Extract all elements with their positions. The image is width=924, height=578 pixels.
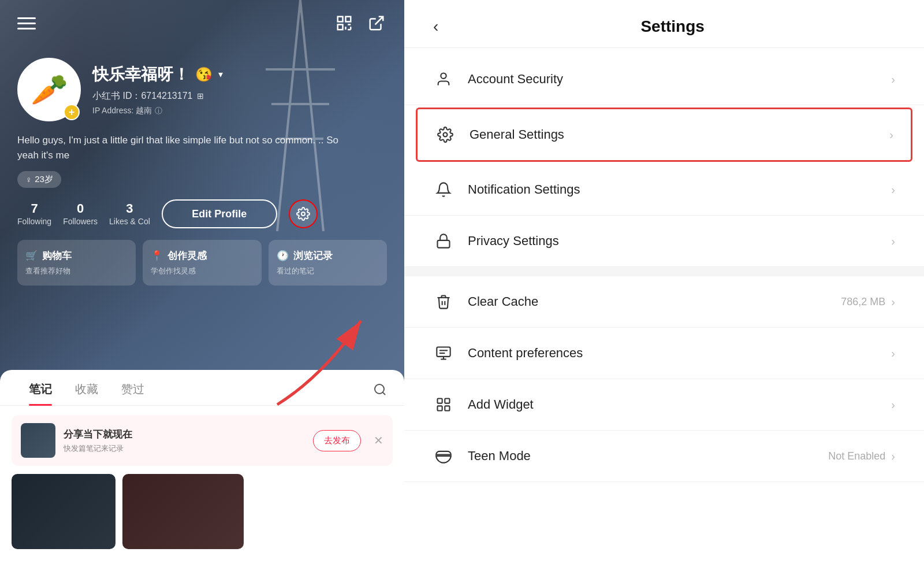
tab-liked[interactable]: 赞过	[110, 381, 156, 405]
tabs-row: 笔记 收藏 赞过	[0, 370, 404, 406]
teen-mode-chevron: ›	[891, 450, 895, 463]
privacy-settings-label: Privacy Settings	[468, 234, 891, 249]
settings-gear-button[interactable]	[289, 199, 318, 228]
tab-collections[interactable]: 收藏	[64, 381, 110, 405]
settings-item-account-security[interactable]: Account Security ›	[404, 54, 924, 105]
svg-line-16	[383, 392, 385, 394]
post-title: 分享当下就现在	[64, 428, 305, 441]
clear-cache-value: 786,2 MB	[841, 296, 885, 308]
content-preferences-chevron: ›	[891, 347, 895, 360]
shopping-cart-button[interactable]: 🛒 购物车 查看推荐好物	[17, 240, 136, 286]
post-card-1[interactable]	[12, 474, 116, 549]
notification-settings-icon	[433, 179, 454, 200]
teen-mode-label: Teen Mode	[468, 449, 828, 464]
publish-button[interactable]: 去发布	[313, 430, 361, 451]
settings-divider-1	[404, 267, 924, 276]
svg-rect-5	[338, 17, 343, 22]
ip-row: IP Address: 越南 ⓘ	[92, 106, 387, 116]
teen-mode-icon	[433, 446, 454, 466]
settings-item-notifications[interactable]: Notification Settings ›	[404, 164, 924, 216]
quick-access-row: 🛒 购物车 查看推荐好物 📍 创作灵感 学创作找灵感 🕐 浏览记录 看过的笔记	[17, 240, 387, 286]
post-thumbnail	[21, 423, 55, 458]
profile-section: 🥕 + 快乐幸福呀！ 😘 ▾ 小红书 ID：6714213171 ⊞ IP Ad…	[0, 46, 404, 297]
svg-point-19	[441, 73, 446, 79]
svg-point-15	[375, 384, 384, 394]
user-id-text: 小红书 ID：6714213171	[92, 90, 192, 102]
inspiration-sub: 学创作找灵感	[151, 266, 253, 276]
close-post-prompt-button[interactable]: ✕	[374, 433, 383, 447]
hamburger-menu[interactable]	[17, 17, 36, 29]
tab-notes[interactable]: 笔记	[17, 381, 64, 405]
ip-text: IP Address: 越南	[92, 106, 152, 116]
likes-count: 3	[109, 201, 150, 216]
svg-rect-21	[438, 240, 450, 248]
gender-icon: ♀	[25, 175, 32, 184]
stat-following[interactable]: 7 Following	[17, 201, 51, 227]
shopping-sub: 查看推荐好物	[25, 266, 128, 276]
following-count: 7	[17, 201, 51, 216]
post-card-2[interactable]	[122, 474, 244, 549]
scan-icon[interactable]	[334, 13, 355, 34]
svg-rect-22	[437, 347, 450, 357]
dropdown-icon[interactable]: ▾	[218, 69, 223, 80]
share-icon[interactable]	[366, 13, 387, 34]
avatar-container: 🥕 +	[17, 58, 81, 121]
svg-point-14	[301, 212, 305, 216]
add-avatar-button[interactable]: +	[64, 104, 80, 120]
bottom-posts-row	[0, 466, 404, 549]
username: 快乐幸福呀！	[92, 64, 189, 86]
profile-info: 快乐幸福呀！ 😘 ▾ 小红书 ID：6714213171 ⊞ IP Addres…	[92, 64, 387, 116]
privacy-settings-icon	[433, 231, 454, 251]
info-icon[interactable]: ⓘ	[155, 106, 162, 116]
stat-followers[interactable]: 0 Followers	[63, 201, 98, 227]
svg-point-20	[444, 133, 448, 137]
settings-list: Account Security › General Settings ›	[404, 48, 924, 578]
clear-cache-label: Clear Cache	[468, 294, 841, 309]
user-id-row: 小红书 ID：6714213171 ⊞	[92, 90, 387, 102]
gender-age-tag: ♀ 23岁	[17, 171, 61, 188]
top-bar	[0, 0, 404, 46]
qr-code-icon[interactable]: ⊞	[197, 91, 204, 101]
teen-mode-value: Not Enabled	[828, 450, 885, 462]
svg-line-13	[375, 17, 383, 25]
general-settings-icon	[435, 124, 456, 145]
settings-item-teen-mode[interactable]: Teen Mode Not Enabled ›	[404, 431, 924, 482]
profile-bottom: 笔记 收藏 赞过 分享当下就现在 快发篇笔记来记录	[0, 370, 404, 578]
account-security-chevron: ›	[891, 73, 895, 86]
settings-item-clear-cache[interactable]: Clear Cache 786,2 MB ›	[404, 276, 924, 328]
username-row: 快乐幸福呀！ 😘 ▾	[92, 64, 387, 86]
settings-item-privacy[interactable]: Privacy Settings ›	[404, 216, 924, 267]
bio-text: Hello guys, I'm just a little girl that …	[17, 133, 352, 162]
clear-cache-icon	[433, 291, 454, 312]
post-info: 分享当下就现在 快发篇笔记来记录	[64, 428, 305, 454]
account-security-label: Account Security	[468, 72, 891, 87]
settings-item-add-widget[interactable]: Add Widget ›	[404, 379, 924, 431]
svg-rect-7	[338, 25, 343, 30]
history-button[interactable]: 🕐 浏览记录 看过的笔记	[269, 240, 387, 286]
left-panel: 🥕 + 快乐幸福呀！ 😘 ▾ 小红书 ID：6714213171 ⊞ IP Ad…	[0, 0, 404, 578]
notification-settings-label: Notification Settings	[468, 182, 891, 197]
general-settings-chevron: ›	[889, 128, 893, 142]
inspiration-button[interactable]: 📍 创作灵感 学创作找灵感	[143, 240, 261, 286]
edit-profile-button[interactable]: Edit Profile	[162, 199, 277, 228]
post-prompt: 分享当下就现在 快发篇笔记来记录 去发布 ✕	[12, 415, 393, 466]
svg-rect-30	[445, 406, 449, 410]
profile-header: 🥕 + 快乐幸福呀！ 😘 ▾ 小红书 ID：6714213171 ⊞ IP Ad…	[17, 58, 387, 121]
search-tab-button[interactable]	[373, 381, 387, 405]
settings-item-general[interactable]: General Settings ›	[416, 108, 912, 162]
followers-count: 0	[63, 201, 98, 216]
account-security-icon	[433, 69, 454, 90]
general-settings-label: General Settings	[470, 127, 889, 142]
svg-rect-27	[438, 399, 442, 403]
settings-item-content-preferences[interactable]: Content preferences ›	[404, 328, 924, 379]
stat-likes[interactable]: 3 Likes & Col	[109, 201, 150, 227]
followers-label: Followers	[63, 217, 98, 226]
add-widget-icon	[433, 394, 454, 415]
back-button[interactable]: ‹	[433, 17, 438, 36]
privacy-settings-chevron: ›	[891, 235, 895, 248]
content-preferences-icon	[433, 343, 454, 364]
clear-cache-chevron: ›	[891, 295, 895, 309]
likes-label: Likes & Col	[109, 217, 150, 226]
add-widget-label: Add Widget	[468, 397, 891, 412]
age-label: 23岁	[35, 174, 53, 185]
